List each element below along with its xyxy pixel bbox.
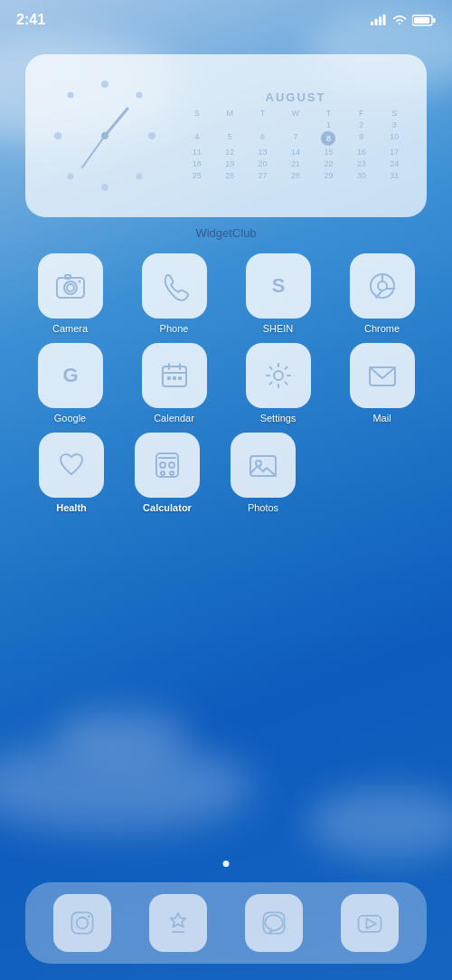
calendar-icon-bg <box>142 343 207 408</box>
app-phone[interactable]: Phone <box>134 253 215 334</box>
app-shein[interactable]: S SHEIN <box>238 253 319 334</box>
cal-day: 1 <box>313 119 344 130</box>
svg-point-48 <box>77 918 89 929</box>
app-camera[interactable]: Camera <box>30 253 111 334</box>
cal-day: 30 <box>345 170 377 181</box>
cal-day: 19 <box>213 158 245 169</box>
cal-header-s1: S <box>181 108 212 119</box>
cal-day: 4 <box>181 131 212 146</box>
svg-rect-52 <box>358 916 381 932</box>
svg-rect-5 <box>433 18 436 23</box>
phone-label: Phone <box>160 323 189 334</box>
app-row-2: G Google Calendar <box>18 343 434 423</box>
svg-marker-53 <box>366 919 376 929</box>
cal-day: 24 <box>379 158 410 169</box>
clock-widget <box>42 68 168 204</box>
dock-instagram[interactable] <box>53 894 111 952</box>
svg-point-20 <box>67 284 74 291</box>
cal-day: 27 <box>247 170 278 181</box>
cal-day: 25 <box>181 170 212 181</box>
camera-label: Camera <box>52 323 88 334</box>
shein-icon: S <box>261 269 296 303</box>
svg-point-25 <box>378 281 387 290</box>
svg-point-14 <box>137 174 143 180</box>
cal-header-m: M <box>213 108 245 119</box>
status-icons <box>371 14 436 26</box>
phone-icon-bg <box>142 253 207 319</box>
cal-day: 31 <box>379 170 410 181</box>
calendar-month: AUGUST <box>181 90 410 104</box>
time-display: 2:41 <box>16 12 45 28</box>
widget: AUGUST S M T W T F S 1 2 3 4 5 6 7 8 9 1… <box>25 54 427 217</box>
svg-point-46 <box>256 461 261 466</box>
app-calculator[interactable]: Calculator <box>127 433 208 513</box>
svg-point-9 <box>54 132 61 139</box>
svg-rect-0 <box>371 22 373 25</box>
widget-club-label: WidgetClub <box>0 226 452 240</box>
svg-rect-3 <box>383 14 386 25</box>
chrome-icon <box>365 269 400 303</box>
cal-day: 5 <box>213 131 245 146</box>
shein-icon-bg: S <box>246 253 311 319</box>
camera-icon-bg <box>38 253 103 319</box>
app-photos[interactable]: Photos <box>222 433 304 513</box>
signal-icon <box>371 14 387 25</box>
svg-point-8 <box>101 184 108 191</box>
youtube-icon <box>354 908 385 938</box>
mail-icon <box>365 358 400 393</box>
google-label: Google <box>54 413 86 423</box>
svg-rect-2 <box>379 17 381 26</box>
calculator-icon <box>150 448 184 482</box>
dock <box>25 882 427 964</box>
app-mail[interactable]: Mail <box>342 343 423 423</box>
app-chrome[interactable]: Chrome <box>342 253 423 334</box>
health-label: Health <box>56 502 87 513</box>
svg-point-17 <box>101 132 108 139</box>
cal-day: 17 <box>379 147 410 157</box>
calendar-widget: AUGUST S M T W T F S 1 2 3 4 5 6 7 8 9 1… <box>168 90 410 181</box>
svg-rect-6 <box>414 17 429 24</box>
google-icon-bg: G <box>38 343 103 408</box>
calendar-grid: S M T W T F S 1 2 3 4 5 6 7 8 9 10 11 12 <box>181 108 410 181</box>
cal-header-f: F <box>345 108 377 119</box>
cal-day: 14 <box>279 147 311 157</box>
cal-header-t1: T <box>247 108 278 119</box>
cal-day: 9 <box>345 131 377 146</box>
dock-youtube[interactable] <box>341 894 399 952</box>
shein-label: SHEIN <box>263 323 294 334</box>
dock-appstore[interactable] <box>149 894 207 952</box>
svg-point-22 <box>78 281 80 283</box>
calendar-icon <box>157 358 192 393</box>
svg-point-11 <box>68 92 74 99</box>
photos-label: Photos <box>248 502 278 513</box>
cal-day-today: 8 <box>321 131 335 146</box>
instagram-icon <box>67 908 98 938</box>
phone-icon <box>157 269 192 303</box>
svg-line-15 <box>105 109 127 136</box>
cal-day: 7 <box>279 131 311 146</box>
cal-day: 20 <box>247 158 278 169</box>
cal-day: 29 <box>313 170 344 181</box>
svg-point-40 <box>160 462 165 468</box>
app-google[interactable]: G Google <box>30 343 111 423</box>
app-row-3: Health Calculator <box>18 433 434 513</box>
cal-day: 10 <box>379 131 410 146</box>
cal-day <box>213 119 245 130</box>
app-row-1: Camera Phone S SHEIN <box>18 253 434 334</box>
photos-icon-bg <box>231 433 296 498</box>
svg-point-7 <box>101 81 108 88</box>
cal-day <box>247 119 278 130</box>
svg-point-37 <box>274 371 283 380</box>
cal-day: 23 <box>345 158 377 169</box>
cal-header-w: W <box>279 108 311 119</box>
app-calendar[interactable]: Calendar <box>134 343 215 423</box>
svg-point-41 <box>169 462 174 468</box>
svg-rect-1 <box>375 19 378 25</box>
app-settings[interactable]: Settings <box>238 343 319 423</box>
google-icon: G <box>53 358 88 393</box>
cal-day <box>181 119 212 130</box>
svg-point-10 <box>148 132 155 139</box>
calendar-label: Calendar <box>154 413 194 423</box>
dock-line[interactable] <box>245 894 303 952</box>
app-health[interactable]: Health <box>31 433 112 513</box>
